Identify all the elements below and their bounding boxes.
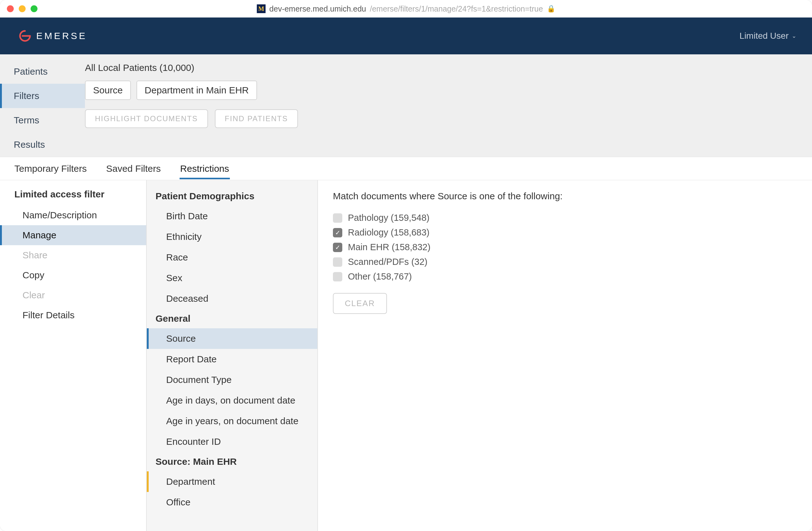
brand-logo-icon: [19, 30, 31, 42]
checkbox[interactable]: [333, 213, 342, 223]
lock-icon: 🔒: [547, 5, 555, 13]
address-bar[interactable]: M dev-emerse.med.umich.edu/emerse/filter…: [257, 4, 555, 13]
filter-menu: Limited access filter Name/DescriptionMa…: [0, 180, 147, 531]
summary-bar: PatientsFiltersTermsResults All Local Pa…: [0, 54, 812, 157]
filter-title: Limited access filter: [0, 189, 146, 205]
field-item[interactable]: Report Date: [147, 349, 317, 370]
primary-nav: PatientsFiltersTermsResults: [0, 54, 85, 157]
filter-tabs: Temporary FiltersSaved FiltersRestrictio…: [0, 157, 812, 180]
match-description: Match documents where Source is one of t…: [333, 191, 797, 201]
favicon: M: [257, 4, 265, 13]
field-item[interactable]: Encounter ID: [147, 431, 317, 452]
primary-nav-item[interactable]: Results: [0, 132, 85, 157]
workspace: PatientsFiltersTermsResults All Local Pa…: [0, 54, 812, 531]
brand-name: EMERSE: [36, 31, 87, 41]
filter-chip[interactable]: Source: [85, 81, 131, 100]
field-item[interactable]: Age in years, on document date: [147, 411, 317, 431]
source-option[interactable]: Scanned/PDFs (32): [333, 257, 797, 267]
source-option-label: Scanned/PDFs (32): [348, 257, 427, 267]
field-item[interactable]: Office: [147, 492, 317, 513]
find-patients-button[interactable]: FIND PATIENTS: [215, 109, 298, 128]
summary-right: All Local Patients (10,000) SourceDepart…: [85, 54, 812, 157]
brand[interactable]: EMERSE: [19, 30, 87, 42]
checkbox[interactable]: ✓: [333, 228, 342, 238]
traffic-lights: [7, 5, 38, 12]
maximize-window-button[interactable]: [31, 5, 38, 12]
action-row: HIGHLIGHT DOCUMENTS FIND PATIENTS: [85, 107, 800, 128]
source-option-label: Other (158,767): [348, 271, 412, 282]
field-item[interactable]: Source: [147, 328, 317, 349]
filter-chips: SourceDepartment in Main EHR: [85, 81, 800, 100]
chevron-down-icon: ⌄: [792, 32, 796, 39]
checkbox[interactable]: [333, 257, 342, 267]
field-group-header: General: [147, 309, 317, 328]
url-path: /emerse/filters/1/manage/24?fs=1&restric…: [370, 4, 543, 13]
url-host: dev-emerse.med.umich.edu: [269, 4, 366, 13]
field-item[interactable]: Sex: [147, 268, 317, 288]
close-window-button[interactable]: [7, 5, 14, 12]
primary-nav-item[interactable]: Patients: [0, 59, 85, 84]
filter-tab[interactable]: Restrictions: [179, 158, 230, 179]
field-item[interactable]: Document Type: [147, 370, 317, 390]
filter-editor: Limited access filter Name/DescriptionMa…: [0, 180, 812, 531]
source-option-label: Main EHR (158,832): [348, 242, 430, 253]
source-option[interactable]: Other (158,767): [333, 271, 797, 282]
field-item[interactable]: Ethnicity: [147, 227, 317, 247]
source-options: Pathology (159,548)✓Radiology (158,683)✓…: [333, 213, 797, 282]
field-group-header: Patient Demographics: [147, 186, 317, 206]
checkbox[interactable]: ✓: [333, 243, 342, 252]
app-header: EMERSE Limited User ⌄: [0, 17, 812, 54]
filter-menu-item: Clear: [0, 285, 146, 305]
filter-menu-item[interactable]: Manage: [0, 225, 146, 245]
source-option-label: Pathology (159,548): [348, 213, 430, 223]
clear-sources-button[interactable]: CLEAR: [333, 293, 387, 314]
filter-tab[interactable]: Temporary Filters: [14, 158, 87, 179]
field-item[interactable]: Age in days, on document date: [147, 390, 317, 411]
source-option[interactable]: ✓Main EHR (158,832): [333, 242, 797, 253]
user-label: Limited User: [740, 31, 788, 41]
app-window: M dev-emerse.med.umich.edu/emerse/filter…: [0, 0, 812, 531]
primary-nav-item[interactable]: Terms: [0, 108, 85, 132]
field-item[interactable]: Department: [147, 471, 317, 492]
field-item[interactable]: Race: [147, 247, 317, 268]
field-group-header: Source: Main EHR: [147, 452, 317, 471]
field-config: Match documents where Source is one of t…: [318, 180, 812, 531]
source-option-label: Radiology (158,683): [348, 227, 430, 238]
filter-menu-item[interactable]: Name/Description: [0, 205, 146, 225]
minimize-window-button[interactable]: [19, 5, 26, 12]
filter-menu-item[interactable]: Filter Details: [0, 305, 146, 325]
filter-tab[interactable]: Saved Filters: [105, 158, 161, 179]
field-item[interactable]: Birth Date: [147, 206, 317, 227]
source-option[interactable]: Pathology (159,548): [333, 213, 797, 223]
highlight-documents-button[interactable]: HIGHLIGHT DOCUMENTS: [85, 109, 208, 128]
checkbox[interactable]: [333, 272, 342, 282]
population-label: All Local Patients (10,000): [85, 62, 800, 73]
filter-chip[interactable]: Department in Main EHR: [136, 81, 257, 100]
filter-menu-item[interactable]: Copy: [0, 265, 146, 285]
window-titlebar: M dev-emerse.med.umich.edu/emerse/filter…: [0, 0, 812, 17]
primary-nav-item[interactable]: Filters: [0, 84, 85, 108]
source-option[interactable]: ✓Radiology (158,683): [333, 227, 797, 238]
filter-menu-item: Share: [0, 245, 146, 265]
field-item[interactable]: Deceased: [147, 288, 317, 309]
user-menu[interactable]: Limited User ⌄: [740, 31, 796, 41]
field-groups: Patient DemographicsBirth DateEthnicityR…: [147, 180, 318, 531]
